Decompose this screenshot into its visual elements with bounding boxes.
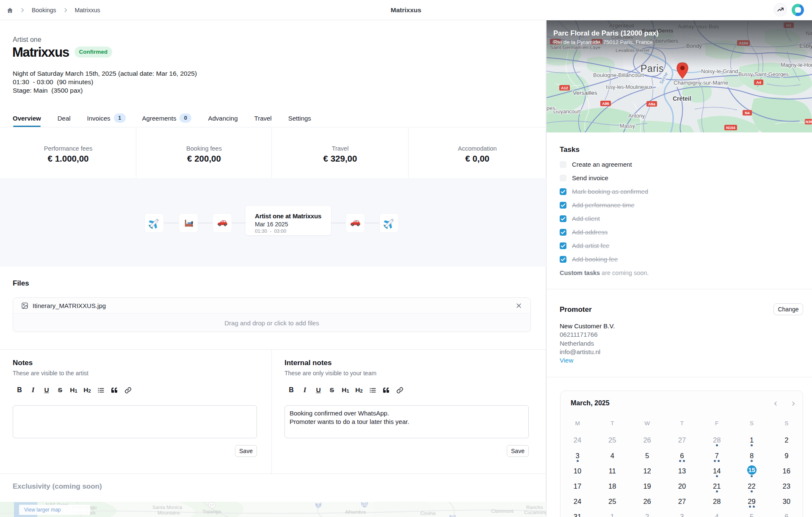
svg-text:Antony: Antony — [628, 113, 645, 119]
svg-text:5: 5 — [318, 503, 320, 508]
svg-text:Alhambra: Alhambra — [345, 509, 366, 514]
svg-text:Cucamong: Cucamong — [524, 510, 546, 515]
svg-text:Rte de la Pyramide, 75012 Pari: Rte de la Pyramide, 75012 Paris, France — [553, 39, 653, 45]
svg-text:Rancho: Rancho — [526, 505, 543, 510]
svg-text:Topanga: Topanga — [202, 509, 221, 514]
svg-text:N104: N104 — [726, 126, 735, 130]
svg-text:Massy: Massy — [620, 123, 635, 129]
svg-text:N36: N36 — [806, 120, 812, 124]
svg-text:Issy-les-Moulineaux: Issy-les-Moulineaux — [606, 84, 653, 90]
svg-text:View larger map: View larger map — [24, 507, 61, 513]
svg-text:A12: A12 — [561, 86, 568, 90]
svg-text:Mountains: Mountains — [157, 510, 180, 515]
svg-text:A6a: A6a — [648, 102, 656, 106]
svg-text:Versailles: Versailles — [573, 90, 597, 96]
svg-text:pes: pes — [547, 105, 555, 111]
svg-text:210: 210 — [362, 503, 367, 507]
svg-text:Boulogne-Billancourt: Boulogne-Billancourt — [593, 72, 644, 78]
svg-text:N4: N4 — [745, 111, 750, 115]
svg-text:27: 27 — [210, 503, 214, 507]
svg-text:Claremont: Claremont — [491, 509, 514, 514]
svg-text:Covina: Covina — [420, 511, 436, 516]
svg-text:Santa Monica: Santa Monica — [152, 505, 182, 510]
svg-text:Bussy-Saint-Georges: Bussy-Saint-Georges — [738, 72, 789, 77]
svg-text:A86: A86 — [602, 102, 609, 106]
svg-text:A4: A4 — [756, 80, 761, 85]
svg-text:10: 10 — [450, 515, 455, 517]
svg-text:Guyancourt: Guyancourt — [553, 109, 581, 115]
svg-text:Noisy-le-Grand: Noisy-le-Grand — [701, 68, 738, 74]
svg-text:Créteil: Créteil — [673, 95, 691, 102]
svg-text:Champigny-sur-Marne: Champigny-sur-Marne — [674, 80, 728, 86]
svg-text:Parc Floral de Paris (12000 pa: Parc Floral de Paris (12000 pax) — [553, 29, 659, 37]
